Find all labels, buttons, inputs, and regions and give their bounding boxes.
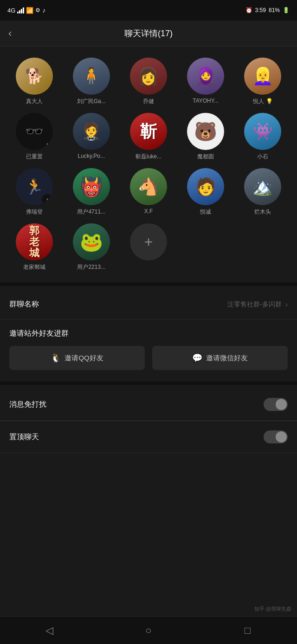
avatar: 郭老城 xyxy=(16,223,53,260)
member-item[interactable]: 靳 靳磊luke... xyxy=(122,113,175,161)
avatar-icon: 🏔️ xyxy=(252,177,273,196)
do-not-disturb-label: 消息免打扰 xyxy=(9,400,46,410)
member-name: Lucky.Po... xyxy=(78,153,105,159)
avatar-emoji: 🐴 xyxy=(138,177,159,196)
group-name-item[interactable]: 群聊名称 泛零售社群-多闪群 › xyxy=(0,290,297,319)
avatar: 🐸 xyxy=(73,223,110,260)
avatar: 🏔️ xyxy=(244,168,281,205)
member-item[interactable]: 🐕 真大人 xyxy=(7,58,61,105)
tiktok-badge-2: ♪ xyxy=(42,194,53,205)
member-item[interactable]: 郭老城 老家郸城 xyxy=(7,223,61,271)
avatar-icon: 🧕 xyxy=(195,66,216,86)
do-not-disturb-item[interactable]: 消息免打扰 xyxy=(0,389,297,421)
watermark: 知乎 @黑啤先森 xyxy=(254,605,291,612)
signal-text: 4G xyxy=(7,7,15,14)
member-name: 靳磊luke... xyxy=(136,153,161,161)
member-name: 弗瑞登 xyxy=(26,208,43,216)
invite-wechat-button[interactable]: 💬 邀请微信好友 xyxy=(152,346,288,370)
status-bar: 4G 📶 ⚙ ♪ ⏰ 3:59 81% 🔋 xyxy=(0,0,297,20)
member-name: 烂木头 xyxy=(254,208,271,216)
member-item[interactable]: 🏔️ 烂木头 xyxy=(236,168,290,216)
tiktok-badge: ♪ xyxy=(42,139,53,150)
avatar-icon: 🕶️ xyxy=(25,123,44,140)
nav-recent-button[interactable]: □ xyxy=(198,617,297,644)
member-item[interactable]: 👩 乔健 xyxy=(122,58,175,105)
add-member-item[interactable]: + xyxy=(122,223,175,271)
member-name: 真大人 xyxy=(26,98,43,105)
member-name: X.F xyxy=(144,208,153,215)
add-member-button[interactable]: + xyxy=(130,223,167,260)
avatar-icon: 👱‍♀️ xyxy=(252,66,273,86)
avatar: 🐻 xyxy=(187,113,224,150)
battery-icon: 🔋 xyxy=(283,7,290,13)
invite-buttons: 🐧 邀请QQ好友 💬 邀请微信好友 xyxy=(9,346,288,370)
member-item[interactable]: 🐻 魔都圆 xyxy=(179,113,232,161)
avatar-emoji: 🐻 xyxy=(194,121,217,143)
avatar-emoji: 👹 xyxy=(80,176,103,198)
invite-section: 邀请站外好友进群 🐧 邀请QQ好友 💬 邀请微信好友 xyxy=(0,319,297,370)
member-item[interactable]: 🕶️ ♪ 已重置 xyxy=(7,113,61,161)
member-name: 魔都圆 xyxy=(197,153,214,161)
member-item[interactable]: 👹 用户4711... xyxy=(65,168,118,216)
invite-qq-label: 邀请QQ好友 xyxy=(65,354,103,363)
nav-home-button[interactable]: ○ xyxy=(99,617,198,644)
home-nav-icon: ○ xyxy=(145,624,151,637)
bottom-nav: ◁ ○ □ xyxy=(0,616,297,644)
toggle-knob xyxy=(276,399,287,410)
avatar-icon: 🧑 xyxy=(195,177,216,196)
wechat-icon: 💬 xyxy=(192,353,202,363)
member-item[interactable]: 🏃 ♪ 弗瑞登 xyxy=(7,168,61,216)
member-item[interactable]: 👱‍♀️ 悦人 💡 xyxy=(236,58,290,105)
avatar: 👾 xyxy=(244,113,281,150)
bluetooth-icon: ⚙ xyxy=(35,7,40,13)
page-title: 聊天详情(17) xyxy=(124,28,173,39)
avatar-char: 靳 xyxy=(140,120,157,143)
avatar-icon: 🤵 xyxy=(81,122,102,141)
avatar: 🧍 xyxy=(73,58,110,95)
signal-bar-3 xyxy=(21,9,22,13)
member-item[interactable]: 🧍 刘广民Ga... xyxy=(65,58,118,105)
qq-icon: 🐧 xyxy=(51,353,61,363)
invite-wechat-label: 邀请微信好友 xyxy=(206,354,248,363)
member-name: 刘广民Ga... xyxy=(77,98,106,105)
section-divider-2 xyxy=(0,381,297,385)
member-item[interactable]: 🤵 Lucky.Po... xyxy=(65,113,118,161)
member-name: 小石 xyxy=(257,153,268,161)
avatar-char: 郭老城 xyxy=(29,225,39,259)
back-button[interactable]: ‹ xyxy=(8,27,12,39)
avatar: 👹 xyxy=(73,168,110,205)
member-item[interactable]: 🐸 用户2213... xyxy=(65,223,118,271)
member-item[interactable]: 🧑 悦诚 xyxy=(179,168,232,216)
avatar: 🏃 ♪ xyxy=(16,168,53,205)
nav-back-button[interactable]: ◁ xyxy=(0,617,99,644)
group-name-label: 群聊名称 xyxy=(9,299,39,309)
member-name: 老家郸城 xyxy=(23,263,45,271)
avatar-icon: 👩 xyxy=(138,66,159,86)
avatar: 🐕 xyxy=(16,58,53,95)
avatar-emoji: 🐸 xyxy=(80,231,103,253)
member-item[interactable]: 🐴 X.F xyxy=(122,168,175,216)
pin-chat-toggle[interactable] xyxy=(264,430,288,443)
section-divider xyxy=(0,282,297,286)
chevron-right-icon: › xyxy=(285,300,288,309)
member-item[interactable]: 👾 小石 xyxy=(236,113,290,161)
signal-bar-2 xyxy=(19,10,20,13)
members-section: 🐕 真大人 🧍 刘广民Ga... 👩 乔健 🧕 TAYOH xyxy=(0,46,297,279)
avatar: 👱‍♀️ xyxy=(244,58,281,95)
avatar: 🧑 xyxy=(187,168,224,205)
member-item[interactable]: 🧕 TAYOHY... xyxy=(179,58,232,105)
wifi-icon: 📶 xyxy=(26,7,33,14)
invite-qq-button[interactable]: 🐧 邀请QQ好友 xyxy=(9,346,145,370)
member-name: 悦诚 xyxy=(200,208,211,216)
group-name-value: 泛零售社群-多闪群 › xyxy=(227,300,288,309)
do-not-disturb-toggle[interactable] xyxy=(264,398,288,411)
status-right: ⏰ 3:59 81% 🔋 xyxy=(245,7,290,13)
member-name: 乔健 xyxy=(143,98,154,105)
recent-nav-icon: □ xyxy=(245,624,251,637)
pin-chat-item[interactable]: 置顶聊天 xyxy=(0,421,297,453)
member-name: 用户2213... xyxy=(77,263,105,271)
avatar-icon: 🧍 xyxy=(81,66,102,86)
avatar: 👩 xyxy=(130,58,167,95)
member-name: 已重置 xyxy=(26,153,43,161)
member-name: 用户4711... xyxy=(77,208,105,216)
